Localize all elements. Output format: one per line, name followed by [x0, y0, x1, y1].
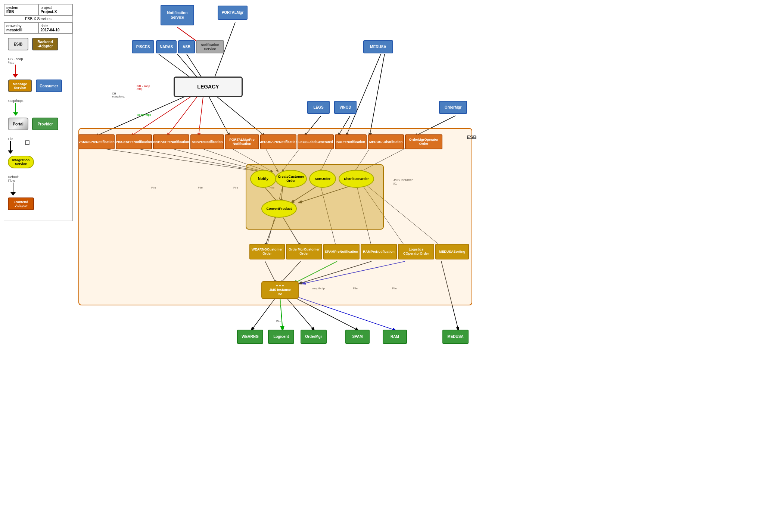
- notification-service-top: Notification Service: [161, 5, 194, 25]
- ram-pre: RAMPreNotification: [361, 244, 397, 259]
- order-mgr-operator: OrderMgrOperator Order: [405, 134, 442, 149]
- svg-marker-1: [13, 74, 18, 78]
- asb-pre: ASBPreNotification: [190, 134, 224, 149]
- ram-bottom: RAM: [383, 330, 407, 344]
- svg-line-15: [346, 54, 381, 136]
- medusa-bottom: MEDUSA: [442, 330, 469, 344]
- distribute-order: DistributeOrder: [339, 170, 374, 188]
- portal-pre: PORTALMgrPre Notification: [225, 134, 259, 149]
- notification-service-mid: Notification Service: [196, 40, 224, 53]
- backend-box: Backend -Adapter: [32, 38, 58, 50]
- legs-node: LEGS: [307, 101, 330, 114]
- legend-row-portal: Portal Provider: [8, 118, 69, 130]
- logistics-node: Logistics COperatorOrder: [398, 244, 434, 259]
- asb-node: ASB: [178, 40, 195, 53]
- drawn-by-label: drawn by mcastelli: [4, 22, 38, 34]
- pisces-node: PISCES: [132, 40, 154, 53]
- convert-product: ConvertProduct: [261, 200, 297, 218]
- legend-panel: system ESB project Project-X ESB X Servi…: [4, 4, 73, 221]
- naras-pre: NARASPreNotification: [153, 134, 189, 149]
- legend-title: ESB X Services: [4, 16, 72, 22]
- sort-order: SortOrder: [309, 170, 336, 188]
- diagram-area: CB soap/bntp CB soap/bntp CB soap/bntp G…: [78, 2, 757, 530]
- spam-pre: SPAMPreNotification: [323, 244, 360, 259]
- project-label: project Project-X: [38, 4, 73, 15]
- vamos-pre: VAMOSPreNotification: [78, 134, 115, 149]
- provider-box: Provider: [32, 118, 58, 130]
- legend-row-esib: ESIB Backend -Adapter: [8, 38, 69, 50]
- notify-node: Notify: [250, 170, 276, 188]
- arrow-default-flow: Default Flow: [8, 175, 69, 196]
- legs-label-generated: LEGSLabelGenerated: [298, 134, 334, 149]
- legacy-node: LEGACY: [174, 77, 243, 97]
- wearng-customer-order: WEARNGCustomer Order: [249, 244, 285, 259]
- medusa-sorting: MEDUSASorting: [435, 244, 469, 259]
- legend-header: system ESB project Project-X: [4, 4, 72, 16]
- medusa-top: MEDUSA: [363, 40, 393, 53]
- legend-meta: drawn by mcastelli date 2017-04-10: [4, 22, 72, 34]
- order-mgr-customer-order: OrderMgrCustomer Order: [286, 244, 322, 259]
- order-mgr-top: OrderMgr: [439, 101, 467, 114]
- svg-text:soap/bntp: soap/bntp: [112, 95, 125, 98]
- svg-text:CB: CB: [112, 92, 116, 95]
- arrow-soap-https: soap/https: [8, 99, 69, 116]
- svg-text:/http: /http: [137, 87, 143, 91]
- jms-instance2: ▼▼▼ JMS Instance #2: [261, 281, 299, 299]
- pisces-pre: PISCESPreNotification: [116, 134, 152, 149]
- naras-node: NARAS: [156, 40, 177, 53]
- legend-row-integration: Integration Service: [8, 156, 69, 168]
- spam-bottom: SPAM: [345, 330, 370, 344]
- bd-pre: BDPreNotification: [335, 134, 367, 149]
- date-label: date 2017-04-10: [38, 22, 73, 34]
- svg-rect-6: [25, 141, 29, 144]
- esib-box: ESIB: [8, 38, 28, 50]
- medusa-pre: MEDUSAPreNotification: [260, 134, 296, 149]
- logicent-bottom: Logicent: [268, 330, 294, 344]
- portal-mgr-top: PORTALMgr: [218, 6, 248, 20]
- consumer-box: Consumer: [36, 80, 62, 92]
- svg-marker-5: [8, 150, 13, 154]
- wearng-bottom: WEARNG: [237, 330, 263, 344]
- legend-items: ESIB Backend -Adapter GB - soap /http Me…: [4, 34, 72, 221]
- esb-label-right: ESB: [467, 134, 477, 140]
- arrow-file: File: [8, 137, 69, 154]
- integration-service-box: Integration Service: [8, 156, 34, 168]
- svg-marker-8: [10, 192, 16, 196]
- medusa-dist: MEDUSADistribution: [368, 134, 404, 149]
- order-mgr-bottom: OrderMgr: [301, 330, 327, 344]
- create-customer-order: CreateCustomer Order: [275, 170, 307, 188]
- frontend-adapter-box: Frontend -Adapter: [8, 197, 34, 210]
- message-service-box: Message Service: [8, 80, 32, 92]
- legend-row-msg: Message Service Consumer: [8, 80, 69, 92]
- arrow-gb-soap: GB - soap /http: [8, 57, 69, 78]
- legend-row-frontend: Frontend -Adapter: [8, 197, 69, 210]
- portal-box: Portal: [8, 118, 28, 130]
- svg-text:File: File: [276, 320, 281, 323]
- svg-line-16: [370, 54, 385, 136]
- svg-text:soap/https: soap/https: [137, 113, 151, 116]
- svg-text:GB - soap: GB - soap: [137, 84, 150, 88]
- system-label: system ESB: [4, 4, 38, 15]
- vinod-node: VINOD: [334, 101, 357, 114]
- svg-marker-3: [13, 112, 18, 116]
